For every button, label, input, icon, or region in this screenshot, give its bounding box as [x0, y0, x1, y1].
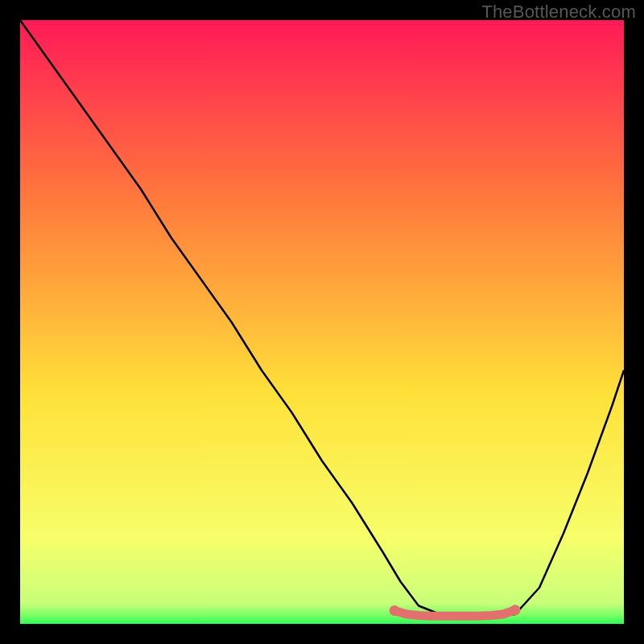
watermark-text: TheBottleneck.com: [481, 2, 636, 23]
gradient-background: [20, 20, 624, 624]
flat-valley-marker-endpoint: [510, 605, 521, 615]
flat-valley-marker-endpoint: [390, 605, 400, 616]
chart-frame: TheBottleneck.com: [0, 0, 644, 644]
bottleneck-chart: [20, 20, 624, 624]
plot-area: [20, 20, 624, 624]
